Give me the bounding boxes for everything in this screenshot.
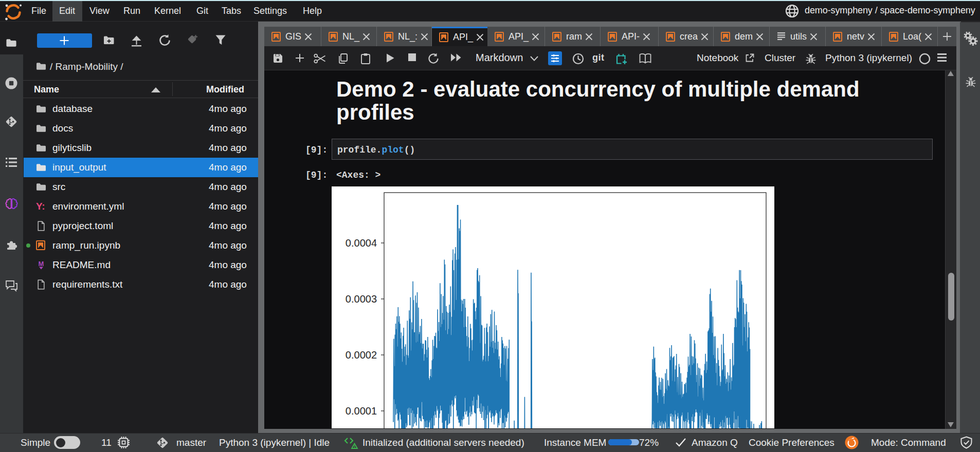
svg-text:0.0003: 0.0003 bbox=[346, 293, 377, 305]
svg-text:M: M bbox=[39, 260, 44, 268]
svg-text:0.0002: 0.0002 bbox=[346, 349, 377, 361]
svg-text:0.0004: 0.0004 bbox=[346, 237, 377, 249]
svg-text:!: ! bbox=[354, 444, 355, 449]
svg-text:0.0001: 0.0001 bbox=[346, 405, 377, 417]
